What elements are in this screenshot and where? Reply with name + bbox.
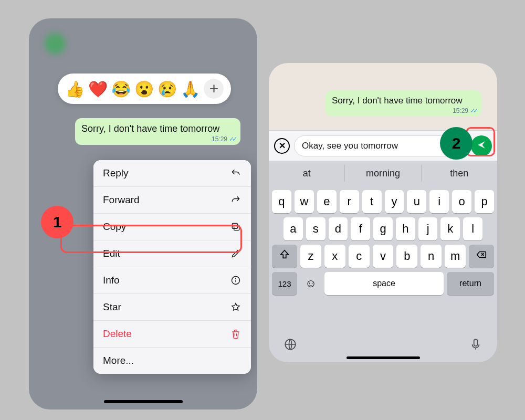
phone-screenshot-edit-keyboard: Sorry, I don't have time tomorrow 15:29✓…	[269, 63, 497, 362]
copy-icon	[230, 221, 242, 233]
message-meta: 15:29✓✓	[453, 107, 476, 114]
reaction-bar: 👍 ❤️ 😂 😮 😢 🙏 +	[58, 74, 231, 104]
svg-rect-1	[232, 223, 237, 228]
key-shift[interactable]	[272, 245, 297, 268]
key-c[interactable]: c	[349, 245, 370, 268]
svg-rect-0	[234, 225, 239, 230]
menu-reply[interactable]: Reply	[93, 160, 251, 187]
message-context-menu: Reply Forward Copy Edit Info	[93, 160, 251, 374]
keyboard-bottom-bar	[269, 338, 497, 355]
key-v[interactable]: v	[373, 245, 394, 268]
sent-message-bubble[interactable]: Sorry, I don't have time tomorrow 15:29✓…	[326, 90, 481, 117]
key-emoji[interactable]: ☺	[300, 272, 321, 295]
menu-label: Reply	[103, 167, 129, 179]
key-p[interactable]: p	[475, 190, 494, 213]
key-i[interactable]: i	[429, 190, 449, 213]
key-k[interactable]: k	[440, 217, 460, 240]
emoji-icon: ☺	[305, 277, 317, 290]
pencil-icon	[230, 248, 242, 259]
globe-icon[interactable]	[284, 338, 297, 355]
key-m[interactable]: m	[445, 245, 466, 268]
reaction-thumbs-up-icon[interactable]: 👍	[65, 80, 85, 98]
keyboard-suggestions: at morning then	[269, 161, 497, 186]
menu-star[interactable]: Star	[93, 294, 251, 321]
keyboard-row-1: q w e r t y u i o p	[269, 190, 497, 213]
key-f[interactable]: f	[351, 217, 370, 240]
keyboard-row-3: z x c v b n m	[269, 245, 497, 268]
close-icon: ✕	[279, 141, 286, 151]
keyboard-row-2: a s d f g h j k l	[269, 217, 497, 240]
key-backspace[interactable]	[469, 245, 494, 268]
key-j[interactable]: j	[418, 217, 438, 240]
svg-rect-6	[474, 339, 478, 346]
key-q[interactable]: q	[272, 190, 291, 213]
forward-icon	[230, 194, 242, 206]
key-y[interactable]: y	[385, 190, 404, 213]
cancel-edit-button[interactable]: ✕	[274, 138, 290, 154]
key-g[interactable]: g	[373, 217, 393, 240]
reaction-sad-icon[interactable]: 😢	[158, 80, 177, 98]
keyboard-row-4: 123 ☺ space return	[269, 272, 497, 295]
home-indicator	[346, 356, 420, 359]
reaction-heart-icon[interactable]: ❤️	[88, 80, 108, 98]
key-n[interactable]: n	[421, 245, 442, 268]
shift-icon	[279, 249, 290, 264]
message-text: Sorry, I don't have time tomorrow	[81, 123, 219, 134]
menu-label: More...	[103, 355, 134, 366]
info-icon	[230, 275, 242, 286]
menu-label: Info	[103, 275, 120, 286]
send-icon	[476, 140, 487, 152]
key-b[interactable]: b	[396, 245, 417, 268]
key-w[interactable]: w	[295, 190, 314, 213]
menu-info[interactable]: Info	[93, 267, 251, 294]
menu-delete[interactable]: Delete	[93, 321, 251, 348]
menu-label: Forward	[103, 194, 140, 206]
key-e[interactable]: e	[317, 190, 337, 213]
key-l[interactable]: l	[463, 217, 482, 240]
key-return[interactable]: return	[447, 272, 494, 295]
reaction-pray-icon[interactable]: 🙏	[181, 80, 200, 98]
reaction-wow-icon[interactable]: 😮	[134, 80, 154, 98]
key-space[interactable]: space	[324, 272, 444, 295]
suggestion-item[interactable]: then	[421, 165, 497, 182]
reply-icon	[230, 167, 242, 179]
menu-forward[interactable]: Forward	[93, 187, 251, 214]
menu-edit[interactable]: Edit	[93, 240, 251, 267]
backspace-icon	[476, 249, 487, 264]
reaction-add-icon[interactable]: +	[204, 79, 224, 99]
menu-label: Star	[103, 301, 121, 313]
key-h[interactable]: h	[396, 217, 415, 240]
mic-icon[interactable]	[469, 338, 482, 355]
empty-icon	[230, 355, 242, 366]
star-icon	[230, 301, 242, 313]
suggestion-item[interactable]: at	[269, 161, 344, 186]
key-s[interactable]: s	[306, 217, 326, 240]
key-o[interactable]: o	[452, 190, 471, 213]
home-indicator	[104, 400, 183, 403]
trash-icon	[230, 328, 242, 340]
key-123[interactable]: 123	[272, 272, 297, 295]
suggestion-item[interactable]: morning	[344, 165, 421, 182]
message-text: Sorry, I don't have time tomorrow	[332, 96, 463, 106]
ios-keyboard: at morning then q w e r t y u i o p a s …	[269, 161, 497, 362]
svg-point-4	[236, 278, 236, 279]
key-u[interactable]: u	[407, 190, 426, 213]
sent-message-bubble[interactable]: Sorry, I don't have time tomorrow 15:29✓…	[75, 118, 240, 145]
key-r[interactable]: r	[340, 190, 359, 213]
menu-label: Copy	[103, 221, 126, 233]
key-x[interactable]: x	[324, 245, 345, 268]
key-d[interactable]: d	[329, 217, 348, 240]
annotation-step-2-badge: 2	[440, 127, 472, 160]
send-button[interactable]	[471, 135, 492, 156]
annotation-step-1-badge: 1	[41, 206, 74, 238]
key-a[interactable]: a	[284, 217, 303, 240]
menu-more[interactable]: More...	[93, 348, 251, 374]
message-meta: 15:29✓✓	[212, 135, 235, 143]
menu-label: Edit	[103, 248, 120, 259]
key-z[interactable]: z	[300, 245, 321, 268]
reaction-laugh-icon[interactable]: 😂	[111, 80, 131, 98]
key-t[interactable]: t	[362, 190, 382, 213]
menu-label: Delete	[103, 328, 132, 340]
menu-copy[interactable]: Copy	[93, 214, 251, 240]
